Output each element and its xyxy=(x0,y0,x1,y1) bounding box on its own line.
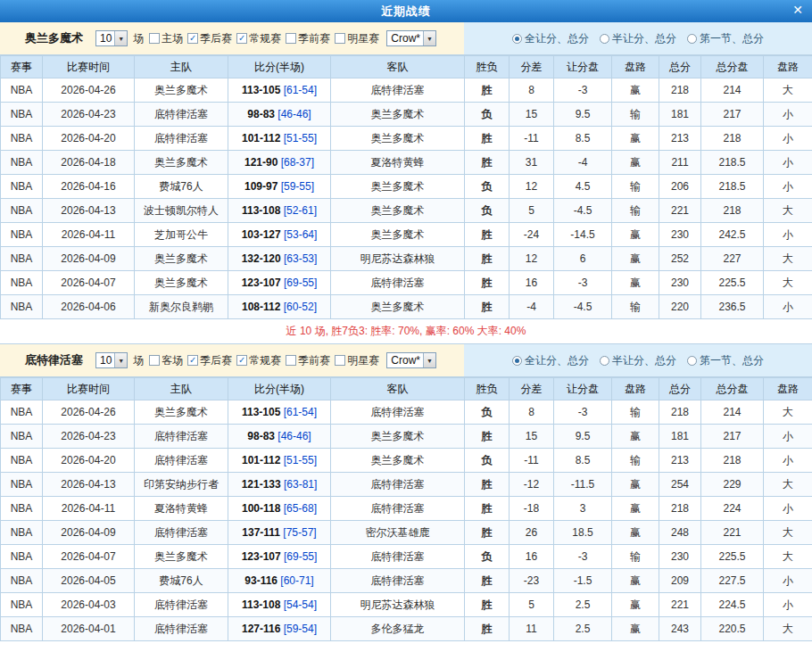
cell-away-team: 底特律活塞 xyxy=(331,400,465,425)
cell-handicap-line: -4.5 xyxy=(554,199,612,223)
cell-point-diff: 5 xyxy=(510,593,554,617)
score-full: 121-90 xyxy=(244,156,278,169)
filter-checkbox-明星赛[interactable]: 明星赛 xyxy=(335,353,379,368)
checkbox-label: 季前赛 xyxy=(298,353,330,368)
cell-win-loss: 胜 xyxy=(465,473,510,497)
cell-handicap-line: 4.5 xyxy=(554,175,612,199)
table-header-row: 赛事比赛时间主队比分(半场)客队胜负分差让分盘盘路总分总分盘盘路 xyxy=(1,56,812,78)
cell-win-loss: 负 xyxy=(465,199,510,223)
checkbox-unchecked-icon[interactable] xyxy=(335,33,345,44)
section-team-name: 奥兰多魔术 xyxy=(25,30,83,46)
cell-win-loss: 负 xyxy=(465,175,510,199)
cell-date: 2026-04-09 xyxy=(43,521,135,545)
cell-away-team: 奥兰多魔术 xyxy=(331,199,465,223)
col-header-handicap-result: 盘路 xyxy=(612,56,659,78)
cell-league: NBA xyxy=(1,199,43,223)
checkbox-unchecked-icon[interactable] xyxy=(149,355,160,366)
cell-total-line: 224.5 xyxy=(701,593,764,617)
filter-checkbox-季前赛[interactable]: 季前赛 xyxy=(286,31,330,46)
game-row: NBA2026-04-09底特律活塞137-111 [75-57]密尔沃基雄鹿胜… xyxy=(1,521,812,545)
cell-point-diff: -4 xyxy=(510,295,554,319)
col-header-home: 主队 xyxy=(135,378,228,400)
filter-checkbox-季后赛[interactable]: ✓季后赛 xyxy=(187,31,232,46)
cell-home-team: 底特律活塞 xyxy=(135,449,228,473)
cell-date: 2026-04-23 xyxy=(43,103,135,127)
filter-checkbox-常规赛[interactable]: ✓常规赛 xyxy=(236,31,281,46)
odds-type-radio-全让分、总分[interactable]: 全让分、总分 xyxy=(512,31,589,46)
odds-type-radio-第一节、总分[interactable]: 第一节、总分 xyxy=(687,31,764,46)
score-halftime: [53-64] xyxy=(281,228,318,241)
filter-checkbox-季前赛[interactable]: 季前赛 xyxy=(286,353,330,368)
cell-home-team: 底特律活塞 xyxy=(135,103,228,127)
radio-icon[interactable] xyxy=(687,34,697,44)
cell-away-team: 密尔沃基雄鹿 xyxy=(331,521,465,545)
cell-handicap-line: 8.5 xyxy=(554,449,612,473)
checkbox-checked-icon[interactable]: ✓ xyxy=(236,33,247,44)
cell-league: NBA xyxy=(1,497,43,521)
checkbox-unchecked-icon[interactable] xyxy=(149,33,160,44)
cell-away-team: 底特律活塞 xyxy=(331,473,465,497)
match-count-select[interactable]: 10▼ xyxy=(95,30,128,46)
odds-type-radio-第一节、总分[interactable]: 第一节、总分 xyxy=(687,353,764,368)
checkbox-checked-icon[interactable]: ✓ xyxy=(187,33,198,44)
cell-league: NBA xyxy=(1,78,43,103)
filter-checkbox-明星赛[interactable]: 明星赛 xyxy=(335,31,379,46)
score-halftime: [69-55] xyxy=(281,276,318,289)
cell-point-diff: -24 xyxy=(510,223,554,247)
game-row: NBA2026-04-20底特律活塞101-112 [51-55]奥兰多魔术负-… xyxy=(1,449,812,473)
cell-point-diff: -11 xyxy=(510,127,554,151)
filter-checkbox-季后赛[interactable]: ✓季后赛 xyxy=(187,353,232,368)
odds-type-radio-半让分、总分[interactable]: 半让分、总分 xyxy=(600,353,676,368)
radio-selected-icon[interactable] xyxy=(512,34,522,44)
match-count-select[interactable]: 10▼ xyxy=(95,352,128,368)
cell-handicap-result: 赢 xyxy=(612,223,659,247)
col-header-home: 主队 xyxy=(135,56,228,78)
cell-away-team: 奥兰多魔术 xyxy=(331,127,465,151)
bookmaker-select[interactable]: Crow*▼ xyxy=(386,30,436,46)
cell-handicap-line: -3 xyxy=(554,545,612,569)
radio-icon[interactable] xyxy=(600,356,609,366)
checkbox-checked-icon[interactable]: ✓ xyxy=(236,355,247,366)
cell-over-under-result: 小 xyxy=(764,175,812,199)
cell-away-team: 明尼苏达森林狼 xyxy=(331,247,465,271)
cell-league: NBA xyxy=(1,223,43,247)
cell-point-diff: 11 xyxy=(510,617,554,641)
filters-area: 底特律活塞 10▼ 场 客场✓季后赛✓常规赛季前赛明星赛 Crow*▼ xyxy=(0,344,464,376)
checkbox-label: 季后赛 xyxy=(200,353,232,368)
col-header-league: 赛事 xyxy=(1,56,43,78)
game-row: NBA2026-04-09奥兰多魔术132-120 [63-53]明尼苏达森林狼… xyxy=(1,247,812,271)
cell-handicap-line: -3 xyxy=(554,78,612,103)
cell-handicap-line: 9.5 xyxy=(554,425,612,449)
cell-win-loss: 负 xyxy=(465,103,510,127)
checkbox-unchecked-icon[interactable] xyxy=(286,355,296,366)
filter-checkbox-主场[interactable]: 主场 xyxy=(149,31,183,46)
cell-handicap-result: 赢 xyxy=(612,497,659,521)
col-header-handicap: 让分盘 xyxy=(554,378,612,400)
radio-selected-icon[interactable] xyxy=(512,356,522,366)
checkbox-unchecked-icon[interactable] xyxy=(286,33,296,44)
cell-away-team: 奥兰多魔术 xyxy=(331,425,465,449)
filter-checkbox-客场[interactable]: 客场 xyxy=(149,353,183,368)
score-full: 121-133 xyxy=(242,478,281,491)
checkbox-unchecked-icon[interactable] xyxy=(335,355,345,366)
cell-total-line: 214 xyxy=(701,78,764,103)
cell-score: 127-116 [59-54] xyxy=(228,617,331,641)
radio-icon[interactable] xyxy=(600,34,609,44)
cell-away-team: 奥兰多魔术 xyxy=(331,223,465,247)
odds-type-radio-全让分、总分[interactable]: 全让分、总分 xyxy=(512,353,589,368)
cell-league: NBA xyxy=(1,593,43,617)
odds-type-radio-半让分、总分[interactable]: 半让分、总分 xyxy=(600,31,676,46)
game-row: NBA2026-04-03底特律活塞113-108 [54-54]明尼苏达森林狼… xyxy=(1,593,812,617)
cell-win-loss: 胜 xyxy=(465,521,510,545)
cell-away-team: 奥兰多魔术 xyxy=(331,295,465,319)
radio-icon[interactable] xyxy=(687,356,697,366)
bookmaker-select[interactable]: Crow*▼ xyxy=(386,352,436,368)
cell-home-team: 底特律活塞 xyxy=(135,425,228,449)
table-header-row: 赛事比赛时间主队比分(半场)客队胜负分差让分盘盘路总分总分盘盘路 xyxy=(1,378,812,400)
checkbox-checked-icon[interactable]: ✓ xyxy=(187,355,198,366)
cell-away-team: 奥兰多魔术 xyxy=(331,103,465,127)
cell-league: NBA xyxy=(1,175,43,199)
checkbox-label: 主场 xyxy=(162,31,183,46)
filter-checkbox-常规赛[interactable]: ✓常规赛 xyxy=(236,353,281,368)
close-icon[interactable]: ✕ xyxy=(792,4,803,16)
